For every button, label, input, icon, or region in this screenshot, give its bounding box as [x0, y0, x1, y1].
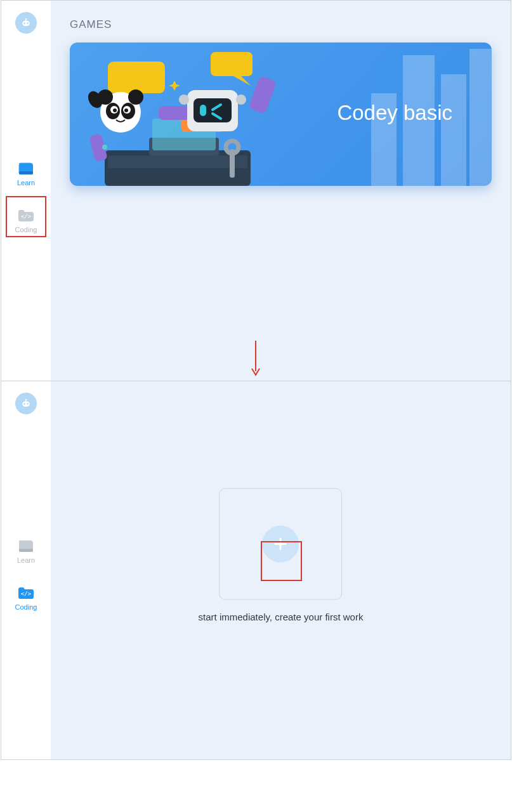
empty-state-text: start immediately, create your first wor… — [199, 612, 364, 622]
robot-icon — [20, 16, 32, 29]
svg-point-27 — [124, 108, 128, 112]
svg-point-32 — [179, 95, 189, 105]
svg-point-3 — [25, 18, 27, 20]
svg-point-33 — [236, 95, 246, 105]
svg-point-39 — [23, 403, 25, 405]
book-icon — [17, 161, 35, 176]
svg-point-35 — [226, 141, 239, 154]
sidebar-item-learn[interactable]: Learn — [17, 156, 35, 192]
svg-text:</>: </> — [21, 591, 32, 597]
book-icon — [17, 539, 35, 554]
svg-point-2 — [27, 23, 29, 25]
code-folder-icon: </> — [17, 208, 35, 223]
code-folder-icon: </> — [17, 586, 35, 601]
sidebar: Learn </> Coding — [1, 381, 51, 759]
game-card-title: Codey basic — [337, 101, 452, 125]
svg-point-40 — [27, 403, 29, 405]
game-card-codey-basic[interactable]: Codey basic — [70, 43, 492, 186]
section-title: GAMES — [70, 18, 492, 31]
sidebar: Learn </> Coding — [1, 1, 51, 382]
svg-rect-0 — [22, 21, 30, 26]
svg-point-26 — [113, 108, 117, 112]
sidebar-nav: Learn </> Coding — [1, 156, 51, 250]
svg-rect-5 — [19, 171, 33, 174]
svg-rect-8 — [441, 74, 466, 186]
svg-point-41 — [25, 399, 27, 400]
svg-rect-10 — [469, 49, 492, 186]
app-logo[interactable] — [15, 12, 37, 34]
app-logo[interactable] — [15, 393, 37, 414]
screen-learn: Learn </> Coding GAMES — [1, 0, 511, 383]
svg-point-21 — [128, 89, 143, 105]
svg-point-1 — [23, 23, 25, 25]
card-illustration — [70, 43, 298, 186]
flow-arrow — [0, 339, 511, 377]
svg-point-36 — [102, 145, 107, 150]
main-content: GAMES — [51, 1, 511, 382]
sidebar-item-label: Learn — [17, 556, 35, 564]
svg-rect-16 — [159, 106, 190, 120]
sidebar-item-label: Learn — [17, 179, 35, 187]
empty-state: start immediately, create your first wor… — [199, 488, 364, 622]
plus-icon — [272, 535, 289, 553]
robot-icon — [20, 397, 32, 410]
create-work-box[interactable] — [219, 488, 342, 600]
svg-rect-43 — [19, 549, 33, 552]
svg-rect-12 — [108, 155, 247, 168]
svg-rect-17 — [248, 75, 277, 114]
svg-text:</>: </> — [21, 213, 32, 219]
sidebar-item-learn[interactable]: Learn — [17, 534, 35, 569]
screen-coding: Learn </> Coding — [1, 381, 511, 760]
arrow-down-icon — [249, 339, 262, 377]
main-content: start immediately, create your first wor… — [51, 381, 511, 759]
svg-rect-38 — [22, 402, 30, 407]
sidebar-item-label: Coding — [15, 603, 37, 611]
plus-button[interactable] — [262, 526, 299, 563]
sidebar-item-coding[interactable]: </> Coding — [15, 203, 37, 239]
svg-rect-31 — [200, 105, 206, 116]
sidebar-item-label: Coding — [15, 226, 37, 233]
sidebar-nav: Learn </> Coding — [1, 534, 51, 627]
sidebar-item-coding[interactable]: </> Coding — [15, 580, 37, 616]
